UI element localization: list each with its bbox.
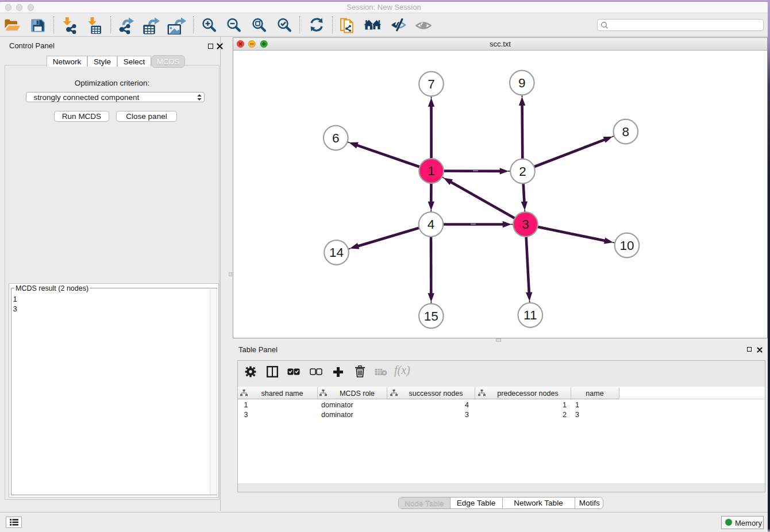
svg-text:8: 8 (622, 125, 630, 139)
svg-text:9: 9 (518, 76, 526, 90)
svg-text:10: 10 (619, 238, 634, 253)
svg-text:4: 4 (428, 217, 435, 232)
svg-text:15: 15 (424, 309, 438, 323)
svg-text:3: 3 (522, 217, 529, 232)
svg-text:7: 7 (428, 77, 435, 91)
svg-text:11: 11 (523, 308, 537, 322)
svg-text:1: 1 (428, 164, 435, 178)
svg-text:14: 14 (329, 245, 344, 260)
svg-text:2: 2 (519, 164, 526, 179)
svg-text:6: 6 (332, 131, 340, 145)
